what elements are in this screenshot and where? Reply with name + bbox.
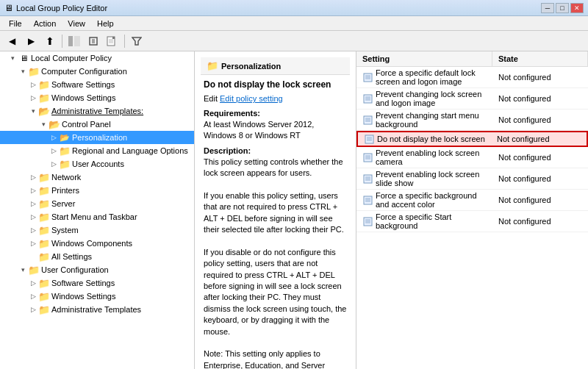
expand-icon: ▾ bbox=[18, 66, 28, 76]
tree-label: Windows Settings bbox=[51, 292, 115, 301]
tree-item-network[interactable]: ▷ 📁 Network bbox=[0, 171, 194, 184]
setting-state-cell: Not configured bbox=[492, 114, 588, 126]
folder-icon: 📁 bbox=[59, 158, 71, 170]
tree-label: User Accounts bbox=[72, 160, 124, 168]
table-row[interactable]: Prevent changing lock screen and logon i… bbox=[356, 88, 588, 110]
table-row[interactable]: Force a specific default lock screen and… bbox=[356, 67, 588, 88]
close-button[interactable]: ✕ bbox=[570, 3, 584, 13]
setting-name: Prevent changing lock screen and logon i… bbox=[376, 90, 487, 107]
tree-label: Network bbox=[51, 173, 81, 182]
tree-label: Start Menu and Taskbar bbox=[51, 212, 137, 221]
back-button[interactable]: ◀ bbox=[3, 33, 21, 49]
computer-icon: 🖥 bbox=[18, 52, 29, 64]
setting-icon bbox=[362, 216, 373, 226]
setting-name: Prevent enabling lock screen slide show bbox=[376, 170, 487, 187]
properties-button[interactable] bbox=[85, 33, 102, 49]
setting-name-cell: Prevent enabling lock screen slide show bbox=[356, 168, 492, 189]
folder-selected-icon: 📂 bbox=[59, 132, 71, 143]
tree-item-computer-configuration[interactable]: ▾ 📁 Computer Configuration bbox=[0, 65, 194, 78]
tree-label: Server bbox=[51, 199, 75, 208]
maximize-button[interactable]: □ bbox=[556, 3, 569, 13]
table-row[interactable]: Force a specific background and accent c… bbox=[356, 190, 588, 211]
minimize-button[interactable]: ─ bbox=[541, 3, 554, 13]
tree-item-all-settings[interactable]: ▷ 📁 All Settings bbox=[0, 250, 194, 263]
tree-item-software-settings[interactable]: ▷ 📁 Software Settings bbox=[0, 78, 194, 91]
tree-item-user-admin-templates[interactable]: ▷ 📁 Administrative Templates bbox=[0, 303, 194, 316]
table-row[interactable]: Do not display the lock screen Not confi… bbox=[356, 131, 588, 147]
tree-item-control-panel[interactable]: ▾ 📂 Control Panel bbox=[0, 118, 194, 131]
menu-file[interactable]: File bbox=[3, 18, 28, 29]
setting-name-cell: Force a specific background and accent c… bbox=[356, 190, 492, 210]
tree-item-server[interactable]: ▷ 📁 Server bbox=[0, 197, 194, 210]
svg-rect-40 bbox=[364, 218, 372, 226]
setting-state: Not configured bbox=[498, 153, 551, 162]
setting-name: Prevent changing start menu background bbox=[376, 111, 487, 129]
filter-button[interactable] bbox=[128, 33, 146, 49]
setting-state: Not configured bbox=[498, 196, 551, 204]
expand-icon: ▷ bbox=[28, 238, 38, 248]
tree-label: Software Settings bbox=[51, 80, 115, 89]
tree-item-user-windows-settings[interactable]: ▷ 📁 Windows Settings bbox=[0, 290, 194, 303]
requirements-section: Requirements: At least Windows Server 20… bbox=[204, 109, 347, 142]
expand-icon: ▾ bbox=[18, 265, 28, 275]
setting-state-cell: Not configured bbox=[492, 71, 588, 83]
table-row[interactable]: Prevent enabling lock screen camera Not … bbox=[356, 147, 588, 168]
tree-item-user-configuration[interactable]: ▾ 📁 User Configuration bbox=[0, 263, 194, 276]
tree-item-personalization[interactable]: ▷ 📂 Personalization bbox=[0, 131, 194, 144]
edit-label: Edit bbox=[204, 94, 220, 103]
folder-icon: 📁 bbox=[38, 237, 50, 249]
title-bar: 🖥 Local Group Policy Editor ─ □ ✕ bbox=[0, 0, 588, 16]
col-header-setting-label: Setting bbox=[362, 54, 390, 63]
svg-rect-0 bbox=[68, 36, 73, 46]
expand-icon: ▷ bbox=[28, 79, 38, 90]
tree-item-printers[interactable]: ▷ 📁 Printers bbox=[0, 184, 194, 197]
settings-list: Force a specific default lock screen and… bbox=[356, 67, 588, 232]
svg-rect-36 bbox=[364, 196, 372, 204]
folder-icon: 📁 bbox=[38, 198, 50, 209]
forward-button[interactable]: ▶ bbox=[22, 33, 40, 49]
table-row[interactable]: Prevent changing start menu background N… bbox=[356, 110, 588, 131]
setting-name-cell: Do not display the lock screen bbox=[358, 132, 491, 146]
setting-state-cell: Not configured bbox=[492, 173, 588, 184]
table-row[interactable]: Prevent enabling lock screen slide show … bbox=[356, 168, 588, 190]
edit-policy-link[interactable]: Edit policy setting bbox=[220, 94, 283, 103]
tree-label: Software Settings bbox=[51, 279, 115, 287]
setting-name: Force a specific background and accent c… bbox=[376, 191, 487, 209]
tree-item-windows-components[interactable]: ▷ 📁 Windows Components bbox=[0, 237, 194, 250]
setting-state: Not configured bbox=[497, 135, 550, 143]
setting-state-cell: Not configured bbox=[492, 151, 588, 163]
tree-item-regional[interactable]: ▷ 📁 Regional and Language Options bbox=[0, 144, 194, 157]
col-header-state[interactable]: State bbox=[492, 51, 588, 66]
svg-rect-28 bbox=[364, 154, 372, 162]
tree-item-user-software-settings[interactable]: ▷ 📁 Software Settings bbox=[0, 276, 194, 290]
tree-item-start-menu[interactable]: ▷ 📁 Start Menu and Taskbar bbox=[0, 210, 194, 223]
tree-item-local-computer-policy[interactable]: ▾ 🖥 Local Computer Policy bbox=[0, 51, 194, 65]
tree-item-system[interactable]: ▷ 📁 System bbox=[0, 223, 194, 237]
expand-icon: ▷ bbox=[49, 146, 59, 156]
table-row[interactable]: Force a specific Start background Not co… bbox=[356, 211, 588, 232]
folder-header-icon: 📁 bbox=[207, 60, 218, 71]
folder-open-icon: 📂 bbox=[38, 105, 50, 117]
requirements-label: Requirements: bbox=[204, 109, 347, 118]
tree-item-windows-settings[interactable]: ▷ 📁 Windows Settings bbox=[0, 91, 194, 104]
tree-item-admin-templates[interactable]: ▾ 📂 Administrative Templates: bbox=[0, 104, 194, 118]
up-button[interactable]: ⬆ bbox=[41, 33, 59, 49]
menu-help[interactable]: Help bbox=[91, 18, 120, 29]
new-button[interactable] bbox=[104, 33, 121, 49]
window-controls[interactable]: ─ □ ✕ bbox=[541, 3, 584, 13]
expand-icon: ▷ bbox=[28, 212, 38, 222]
tree-label: All Settings bbox=[51, 252, 92, 261]
expand-icon: ▷ bbox=[28, 198, 38, 209]
menu-view[interactable]: View bbox=[62, 18, 91, 29]
show-hide-button[interactable] bbox=[65, 33, 83, 49]
setting-icon bbox=[362, 173, 373, 184]
folder-icon: 📁 bbox=[38, 304, 50, 315]
expand-icon: ▷ bbox=[28, 225, 38, 235]
app-icon: 🖥 bbox=[4, 3, 13, 13]
svg-rect-24 bbox=[365, 135, 373, 143]
folder-icon: 📁 bbox=[38, 184, 50, 196]
col-header-setting[interactable]: Setting bbox=[356, 51, 492, 66]
expand-icon: ▷ bbox=[49, 132, 59, 143]
menu-action[interactable]: Action bbox=[28, 18, 62, 29]
tree-item-user-accounts[interactable]: ▷ 📁 User Accounts bbox=[0, 157, 194, 171]
